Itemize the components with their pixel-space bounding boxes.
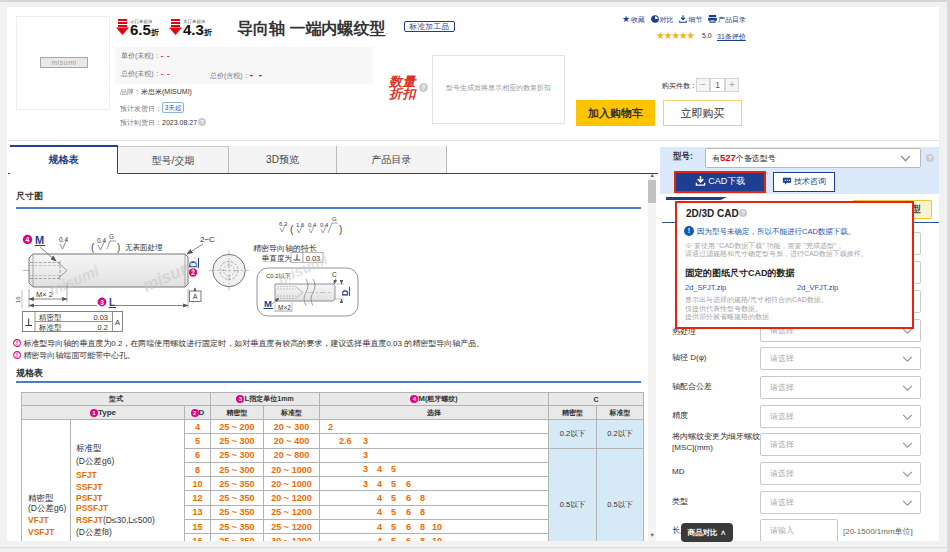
svg-text:G: G — [109, 233, 114, 240]
svg-text:M: M — [35, 234, 44, 246]
svg-text:A: A — [193, 293, 198, 300]
svg-text:1.6: 1.6 — [296, 222, 305, 228]
svg-text:M×2: M×2 — [278, 304, 291, 311]
svg-text:(: ( — [290, 224, 294, 235]
svg-text:): ) — [117, 242, 120, 253]
svg-text:D: D — [340, 290, 350, 296]
svg-text:L: L — [109, 297, 115, 308]
svg-text:4: 4 — [26, 236, 30, 243]
svg-text:3: 3 — [100, 299, 104, 306]
svg-text:垂直度为: 垂直度为 — [261, 254, 292, 263]
svg-text:2−C: 2−C — [200, 235, 215, 244]
svg-text:M: M — [264, 298, 272, 309]
svg-text:A: A — [115, 318, 120, 327]
svg-text:(: ( — [91, 242, 95, 253]
svg-text:标准型: 标准型 — [38, 323, 62, 332]
svg-text:精密型: 精密型 — [38, 313, 62, 322]
svg-text:0.2: 0.2 — [98, 323, 108, 332]
svg-text:): ) — [339, 224, 342, 235]
svg-text:16: 16 — [15, 296, 21, 303]
svg-text:0.03: 0.03 — [93, 313, 108, 322]
svg-text:无表面处理: 无表面处理 — [125, 243, 163, 252]
svg-text:6.3: 6.3 — [279, 221, 288, 227]
svg-text:G: G — [332, 216, 337, 222]
svg-text:0.4: 0.4 — [308, 222, 317, 228]
svg-text:0.4: 0.4 — [320, 222, 329, 228]
svg-text:C: C — [332, 271, 337, 278]
svg-text:精密导向轴的特长: 精密导向轴的特长 — [253, 244, 317, 253]
